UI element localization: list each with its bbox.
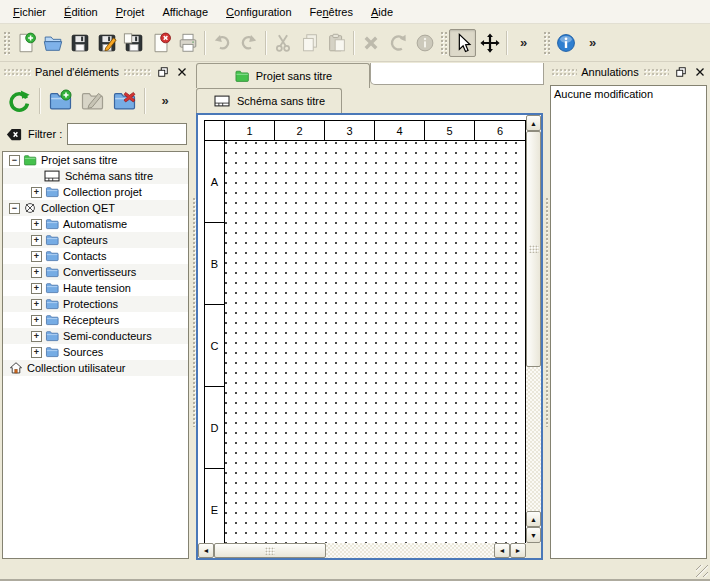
file-toolbar (12, 29, 438, 57)
scroll-left-button[interactable] (494, 543, 510, 558)
save-all-button[interactable] (120, 29, 147, 57)
expand-toggle[interactable]: + (31, 235, 42, 246)
filter-input[interactable] (67, 123, 187, 145)
new-document-button[interactable] (12, 29, 39, 57)
menu-fichier[interactable]: Fichier (4, 3, 55, 21)
vertical-scrollbar[interactable] (526, 115, 541, 543)
size-grip[interactable] (696, 565, 708, 577)
move-tool-button[interactable] (476, 29, 503, 57)
tree-item-collection-utilisateur[interactable]: Collection utilisateur (3, 360, 188, 376)
menu-projet[interactable]: Projet (107, 3, 154, 21)
thumb-grip (529, 245, 539, 253)
toolbar-drag-handle[interactable] (543, 31, 550, 55)
reload-collections-button[interactable] (3, 85, 35, 117)
save-as-button[interactable] (93, 29, 120, 57)
expand-toggle[interactable]: + (31, 299, 42, 310)
chevron-double-icon (515, 32, 533, 54)
print-icon (177, 32, 199, 54)
menu-fenetres[interactable]: Fenêtres (301, 3, 362, 21)
horizontal-scroll-thumb[interactable] (214, 543, 326, 558)
tree-indent (3, 184, 31, 200)
scroll-down-button[interactable] (526, 527, 541, 543)
row-header-e: E (205, 469, 224, 543)
undo-list-item[interactable]: Aucune modification (551, 86, 706, 102)
tree-item-label: Collection utilisateur (27, 362, 129, 374)
project-tab-bar: Projet sans titre (196, 62, 545, 88)
close-document-button[interactable] (147, 29, 174, 57)
tree-item-projet-sans-titre[interactable]: −Projet sans titre (3, 152, 188, 168)
menu-affichage[interactable]: Affichage (153, 3, 217, 21)
expand-toggle[interactable]: + (31, 347, 42, 358)
tree-item-sources[interactable]: +Sources (3, 344, 188, 360)
expand-toggle[interactable]: + (31, 267, 42, 278)
print-button[interactable] (174, 29, 201, 57)
titlebar-texture (551, 68, 577, 76)
expand-toggle[interactable]: + (31, 251, 42, 262)
close-panel-button[interactable] (174, 65, 189, 79)
menu-aide[interactable]: Aide (362, 3, 402, 21)
move-icon (479, 32, 501, 54)
tree-item-haute-tension[interactable]: +Haute tension (3, 280, 188, 296)
tree-item-semi-conducteurs[interactable]: +Semi-conducteurs (3, 328, 188, 344)
expand-toggle[interactable]: + (31, 283, 42, 294)
titlebar-texture (123, 68, 151, 76)
menu-edition[interactable]: Édition (55, 3, 107, 21)
tree-item-convertisseurs[interactable]: +Convertisseurs (3, 264, 188, 280)
scroll-up-button[interactable] (526, 511, 541, 527)
folder-edit-icon (80, 89, 104, 113)
tree-item-contacts[interactable]: +Contacts (3, 248, 188, 264)
expand-toggle[interactable]: + (31, 315, 42, 326)
tab-projet-sans-titre[interactable]: Projet sans titre (196, 63, 370, 88)
help-overflow-button[interactable] (579, 29, 606, 57)
home-icon (9, 361, 23, 375)
undo-panel-title: Annulations (581, 66, 639, 78)
float-panel-button[interactable] (155, 65, 170, 79)
tools-overflow-button[interactable] (510, 29, 537, 57)
panel-overflow-button[interactable] (149, 85, 181, 117)
float-panel-button[interactable] (673, 65, 688, 79)
delete-category-button[interactable] (108, 85, 140, 117)
horizontal-scroll-track[interactable] (214, 543, 494, 558)
diagram-view[interactable]: 123456 ABCDE (196, 113, 543, 560)
scroll-up-button[interactable] (526, 115, 541, 131)
close-icon (694, 66, 706, 78)
select-tool-button[interactable] (449, 29, 476, 57)
tab-schema-sans-titre[interactable]: Schéma sans titre (196, 88, 342, 113)
collapse-toggle[interactable]: − (9, 203, 20, 214)
tree-item-collection-projet[interactable]: +Collection projet (3, 184, 188, 200)
collapse-toggle[interactable]: − (9, 155, 20, 166)
toolbar-drag-handle[interactable] (3, 31, 10, 55)
save-icon (69, 32, 91, 54)
expand-toggle[interactable]: + (31, 219, 42, 230)
elements-panel-toolbar (0, 82, 192, 120)
close-panel-button[interactable] (692, 65, 707, 79)
horizontal-scrollbar[interactable] (198, 543, 526, 558)
expand-toggle[interactable]: + (31, 187, 42, 198)
elements-tree: −Projet sans titreSchéma sans titre+Coll… (2, 151, 189, 559)
save-button[interactable] (66, 29, 93, 57)
tree-item-schema-sans-titre[interactable]: Schéma sans titre (3, 168, 188, 184)
toolbar-drag-handle[interactable] (440, 31, 447, 55)
paste-button (323, 29, 350, 57)
open-project-button[interactable] (39, 29, 66, 57)
tree-item-automatisme[interactable]: +Automatisme (3, 216, 188, 232)
qet-collection-icon (23, 201, 37, 215)
scroll-right-button[interactable] (510, 543, 526, 558)
tree-item-capteurs[interactable]: +Capteurs (3, 232, 188, 248)
chevron-double-icon (156, 90, 174, 112)
about-button[interactable] (552, 29, 579, 57)
scroll-left-button[interactable] (198, 543, 214, 558)
tree-item-label: Projet sans titre (41, 154, 121, 166)
vertical-scroll-thumb[interactable] (526, 131, 541, 367)
tree-item-collection-qet[interactable]: −Collection QET (3, 200, 188, 216)
expand-toggle[interactable]: + (31, 331, 42, 342)
menu-configuration[interactable]: Configuration (217, 3, 300, 21)
help-toolbar (552, 29, 606, 57)
clear-filter-icon[interactable] (5, 127, 23, 142)
undo-panel-titlebar: Annulations (548, 62, 710, 82)
vertical-scroll-track[interactable] (526, 131, 541, 511)
tree-item-protections[interactable]: +Protections (3, 296, 188, 312)
diagram-canvas[interactable]: 123456 ABCDE (198, 115, 526, 543)
new-category-button[interactable] (44, 85, 76, 117)
tree-item-recepteurs[interactable]: +Récepteurs (3, 312, 188, 328)
